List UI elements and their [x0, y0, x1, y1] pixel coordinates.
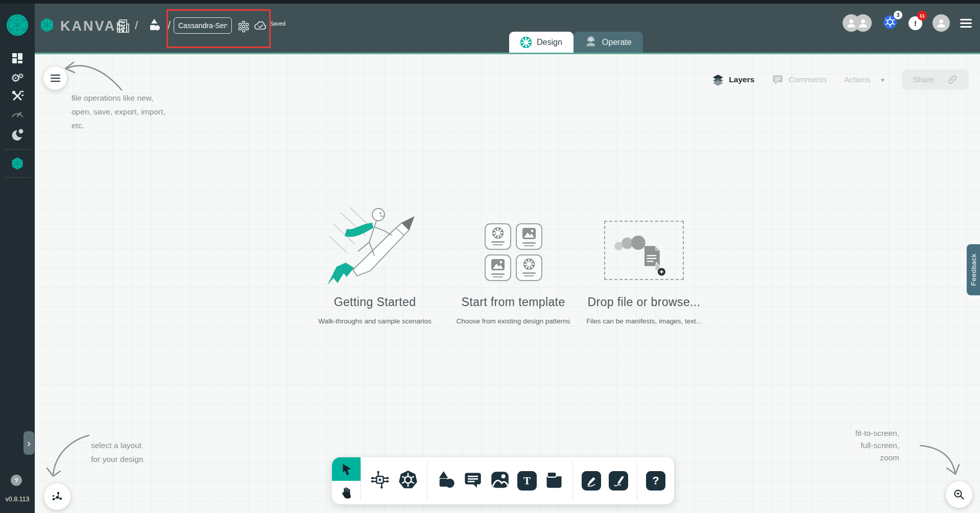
layout-graph-icon [51, 490, 64, 503]
performance-gauge-icon[interactable] [0, 108, 35, 119]
select-tool[interactable] [332, 457, 361, 481]
canvas-view-toolbar: Layers Comments Actions ▾ Share [712, 69, 969, 90]
card-subtitle: Choose from existing design patterns [449, 317, 577, 325]
freehand-tool[interactable] [609, 471, 628, 491]
meshery-logo[interactable] [0, 13, 35, 37]
notifications-button[interactable]: ! 11 [909, 16, 922, 30]
kanvas-brand: KANVAS [39, 17, 127, 35]
kubernetes-count-badge: 3 [894, 11, 902, 19]
file-ops-note: file operations like new, open, save, ex… [71, 91, 165, 132]
template-card[interactable]: Start from template Choose from existing… [449, 199, 577, 325]
template-tile-design [485, 223, 511, 250]
zoom-in-icon [953, 488, 965, 501]
getting-started-card[interactable]: Getting Started Walk-throughs and sample… [305, 199, 444, 325]
rocket-illustration [305, 199, 444, 287]
user-avatar[interactable] [933, 14, 950, 32]
workspace-icon[interactable] [147, 18, 161, 34]
component-tools [361, 457, 427, 504]
shapes-tool[interactable] [436, 470, 456, 492]
sidebar-item-kanvas[interactable] [0, 156, 35, 171]
card-subtitle: Files can be manifests, images, text... [580, 317, 708, 325]
template-tile-image [485, 254, 511, 281]
organization-icon[interactable] [116, 18, 130, 35]
hand-icon [341, 486, 352, 499]
breadcrumb-separator: / [135, 19, 138, 32]
pan-tool[interactable] [332, 481, 361, 504]
card-title[interactable]: Start from template [449, 295, 577, 309]
text-tool[interactable]: T [517, 471, 537, 491]
section-tool[interactable] [544, 471, 564, 491]
help-tool-section: ? [637, 457, 674, 504]
image-tool[interactable] [490, 471, 510, 491]
comment-tool[interactable] [463, 471, 483, 491]
actions-dropdown[interactable]: Actions ▾ [844, 75, 884, 84]
comments-icon [772, 74, 784, 85]
design-canvas[interactable]: Layers Comments Actions ▾ Share [35, 54, 980, 513]
zoom-arrow [917, 441, 962, 478]
layout-arrow [45, 431, 91, 485]
file-ops-arrow [60, 57, 124, 94]
feedback-tab[interactable]: Feedback [967, 244, 980, 295]
window-top-strip [0, 0, 980, 4]
zoom-note: fit-to-screen, full-screen, zoom [825, 427, 899, 464]
template-tiles [449, 199, 577, 287]
menu-icon [51, 73, 60, 83]
kubernetes-context-switcher[interactable]: 3 [882, 14, 898, 32]
notification-count-badge: 11 [917, 11, 927, 20]
drawing-tools [573, 457, 637, 504]
layers-toggle[interactable]: Layers [712, 74, 754, 86]
collaborator-avatars[interactable] [843, 14, 872, 32]
template-tile-design [516, 254, 542, 281]
tab-operate[interactable]: Operate [573, 32, 643, 53]
drop-file-card[interactable]: Drop file or browse... Files can be mani… [580, 199, 708, 325]
comments-toggle[interactable]: Comments [772, 74, 827, 85]
sidebar-expand-chevron[interactable]: › [23, 431, 34, 455]
card-title[interactable]: Drop file or browse... [580, 295, 708, 309]
save-status-label: Saved [270, 20, 285, 27]
zoom-controls-button[interactable] [946, 481, 972, 508]
card-subtitle: Walk-throughs and sample scenarios [305, 317, 444, 325]
sidebar-divider [4, 149, 31, 150]
settings-gears-icon[interactable]: ⚙⚙ [0, 71, 35, 84]
upload-illustration [608, 224, 680, 277]
dashboard-icon[interactable] [0, 52, 35, 64]
version-label: v0.8.113 [0, 496, 35, 503]
mode-tabs: Design Operate [509, 32, 643, 53]
share-button[interactable]: Share [902, 69, 969, 90]
highlight-rectangle [166, 9, 271, 48]
layout-note: select a layout for your design [91, 438, 144, 466]
header-right-cluster: 3 ! 11 [843, 14, 972, 32]
pointer-tools [332, 457, 361, 504]
layout-selector-button[interactable] [44, 483, 70, 510]
mesh-components-tool[interactable] [370, 470, 390, 492]
help-icon[interactable]: ? [11, 475, 22, 486]
template-tile-image [516, 223, 542, 250]
tab-design[interactable]: Design [509, 32, 573, 53]
link-icon [947, 75, 958, 85]
kubernetes-tool[interactable] [398, 470, 418, 492]
annotation-tools: T [427, 457, 572, 504]
header-accent-border [35, 53, 980, 54]
operate-person-icon [585, 35, 597, 50]
extensions-icon[interactable] [0, 128, 35, 142]
dock-toolbar: T [332, 457, 674, 504]
design-pinwheel-icon [520, 37, 532, 48]
layers-icon [712, 74, 724, 86]
caret-down-icon: ▾ [881, 76, 885, 84]
drop-zone[interactable] [604, 221, 684, 280]
header-menu-icon[interactable] [960, 17, 972, 30]
collaborator-avatar[interactable] [854, 14, 872, 32]
kanvas-app: ⚙⚙ [0, 0, 980, 513]
sidebar-divider [4, 177, 31, 178]
toolkit-icon[interactable] [0, 90, 35, 102]
pen-tool[interactable] [582, 471, 601, 491]
kanvas-logo-icon [39, 17, 55, 35]
cursor-icon [340, 462, 353, 476]
card-title[interactable]: Getting Started [305, 295, 444, 309]
toolbar-help-button[interactable]: ? [646, 471, 665, 491]
